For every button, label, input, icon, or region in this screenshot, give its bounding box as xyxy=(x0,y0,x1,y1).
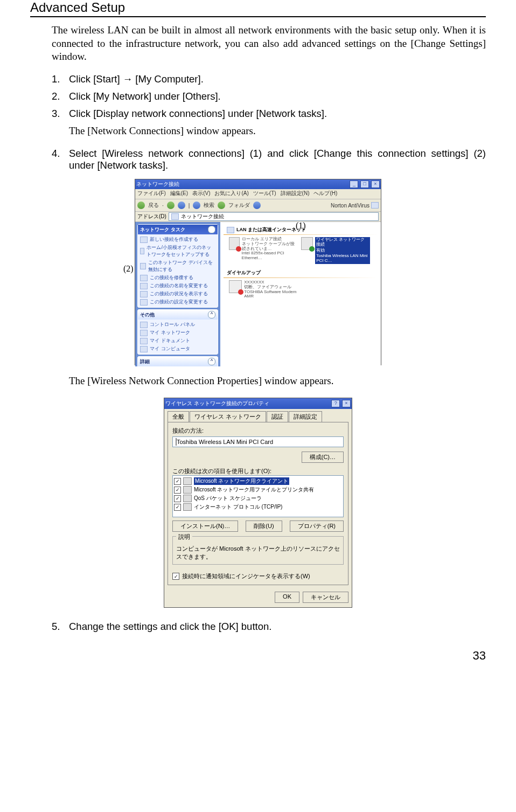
step-4-num: 4. xyxy=(52,148,69,171)
step-1-num: 1. xyxy=(52,73,69,85)
description-legend: 説明 xyxy=(176,533,192,540)
description-text: コンピュータが Microsoft ネットワーク上のリソースにアクセスできます。 xyxy=(176,545,340,561)
tab-body: 接続の方法: Toshiba Wireless LAN Mini PCI Car… xyxy=(168,422,348,585)
section-icon xyxy=(227,227,234,233)
task-icon xyxy=(140,283,148,289)
maximize-icon[interactable]: □ xyxy=(360,181,369,188)
connection-icon xyxy=(229,237,240,250)
other-item[interactable]: マイ ドキュメント xyxy=(140,337,215,345)
collapse-icon[interactable]: ^ xyxy=(208,311,215,318)
window-titlebar[interactable]: ネットワーク接続 _ □ × xyxy=(135,179,381,189)
address-field[interactable]: ネットワーク接続 xyxy=(169,212,379,221)
configure-button[interactable]: 構成(C)… xyxy=(302,452,344,463)
step-5: 5. Change the settings and click the [OK… xyxy=(52,621,486,633)
dialog-titlebar[interactable]: ワイヤレス ネットワーク接続のプロパティ ? × xyxy=(164,398,352,409)
folders-button[interactable]: フォルダ xyxy=(228,202,250,209)
showicon-checkbox[interactable]: ✓ xyxy=(172,573,179,580)
connection-lan[interactable]: ローカル エリア接続 ネットワーク ケーブルが接続されていま… Intel 82… xyxy=(229,237,298,264)
tab-wireless[interactable]: ワイヤレス ネットワーク xyxy=(190,411,266,422)
checkbox-icon[interactable]: ✓ xyxy=(174,487,181,494)
back-icon[interactable] xyxy=(137,202,145,209)
task-item[interactable]: この接続の設定を変更する xyxy=(140,298,215,306)
other-icon xyxy=(140,338,148,344)
list-item[interactable]: ✓QoS パケット スケジューラ xyxy=(174,494,342,503)
menu-help[interactable]: ヘルプ(H) xyxy=(313,190,337,198)
menu-view[interactable]: 表示(V) xyxy=(192,190,210,198)
address-icon xyxy=(171,213,179,220)
details-panel: 詳細 ^ ワイヤレス ネットワーク接続 有効 IP アドレス: XXXXXXXX… xyxy=(137,356,218,366)
connection-wlan[interactable]: ワイヤレス ネットワーク接続 有効 Toshiba Wireless LAN M… xyxy=(301,237,370,264)
ok-button[interactable]: OK xyxy=(275,592,299,603)
step-4-text: Select [Wireless network connections] (1… xyxy=(69,148,486,171)
up-icon[interactable] xyxy=(178,202,185,209)
task-item[interactable]: この接続の名前を変更する xyxy=(140,282,215,290)
details-panel-title: 詳細 xyxy=(140,358,150,365)
collapse-icon[interactable]: ^ xyxy=(208,226,215,233)
other-item[interactable]: マイ ネットワーク xyxy=(140,329,215,337)
menu-adv[interactable]: 詳細設定(N) xyxy=(281,190,310,198)
menu-file[interactable]: ファイル(F) xyxy=(137,190,166,198)
step-3: 3. Click [Display network connections] u… xyxy=(52,108,486,120)
uses-label: この接続は次の項目を使用します(O): xyxy=(172,467,344,475)
task-icon xyxy=(140,299,148,306)
forward-icon[interactable] xyxy=(167,202,175,209)
list-item[interactable]: ✓Microsoft ネットワーク用ファイルとプリンタ共有 xyxy=(174,485,342,494)
connection-name: ワイヤレス ネットワーク接続 xyxy=(315,237,370,248)
task-icon xyxy=(140,237,148,243)
section-divider xyxy=(224,234,378,235)
checkbox-icon[interactable]: ✓ xyxy=(174,504,181,511)
task-item[interactable]: この接続を修復する xyxy=(140,274,215,282)
tasks-panel-title: ネットワーク タスク xyxy=(140,226,185,233)
components-list[interactable]: ✓Microsoft ネットワーク用クライアント ✓Microsoft ネットワ… xyxy=(172,475,344,517)
search-button[interactable]: 検索 xyxy=(204,202,214,209)
other-icon xyxy=(140,330,148,336)
connection-status: 有効 xyxy=(315,248,370,254)
minimize-icon[interactable]: _ xyxy=(350,181,358,188)
address-value: ネットワーク接続 xyxy=(181,213,224,220)
tab-auth[interactable]: 認証 xyxy=(267,411,288,422)
connection-status: ネットワーク ケーブルが接続されていま… xyxy=(242,242,298,252)
help-icon[interactable]: ? xyxy=(331,400,340,407)
folders-icon[interactable] xyxy=(218,202,225,209)
collapse-icon[interactable]: ^ xyxy=(208,358,215,365)
checkbox-icon[interactable]: ✓ xyxy=(174,478,181,485)
task-item[interactable]: ホーム/小規模オフィスのネットワークをセットアップする xyxy=(140,244,215,259)
task-item[interactable]: このネットワーク デバイスを無効にする xyxy=(140,259,215,274)
tab-general[interactable]: 全般 xyxy=(168,411,189,422)
list-item[interactable]: ✓Microsoft ネットワーク用クライアント xyxy=(174,477,342,485)
task-icon xyxy=(140,263,146,269)
task-icon xyxy=(140,248,144,254)
properties-button[interactable]: プロパティ(R) xyxy=(290,520,344,532)
list-item[interactable]: ✓インターネット プロトコル (TCP/IP) xyxy=(174,503,342,511)
address-bar: アドレス(D) ネットワーク接続 xyxy=(135,212,381,222)
dialog-title: ワイヤレス ネットワーク接続のプロパティ xyxy=(165,400,269,407)
tab-advanced[interactable]: 詳細設定 xyxy=(289,411,322,422)
step-5-text: Change the settings and click the [OK] b… xyxy=(69,621,486,633)
task-item[interactable]: この接続の状況を表示する xyxy=(140,290,215,298)
step-1-text: Click [Start] → [My Computer]. xyxy=(69,73,486,85)
cancel-button[interactable]: キャンセル xyxy=(303,592,348,603)
menu-fav[interactable]: お気に入り(A) xyxy=(214,190,248,198)
checkbox-icon[interactable]: ✓ xyxy=(174,495,181,502)
nav-icon[interactable] xyxy=(371,202,379,209)
install-button[interactable]: インストール(N)… xyxy=(172,520,238,532)
task-item[interactable]: 新しい接続を作成する xyxy=(140,235,215,244)
menu-bar[interactable]: ファイル(F) 編集(E) 表示(V) お気に入り(A) ツール(T) 詳細設定… xyxy=(135,189,381,199)
connection-dialup[interactable]: XXXXXXX 切断、ファイアウォール TOSHIBA Software Mod… xyxy=(229,280,298,299)
task-icon xyxy=(140,275,148,281)
uninstall-button[interactable]: 削除(U) xyxy=(246,520,282,532)
other-item[interactable]: コントロール パネル xyxy=(140,321,215,329)
step-4: 4. Select [Wireless network connections]… xyxy=(52,148,486,171)
menu-tools[interactable]: ツール(T) xyxy=(253,190,276,198)
close-icon[interactable]: × xyxy=(342,400,351,407)
adapter-field: Toshiba Wireless LAN Mini PCI Card xyxy=(172,436,344,447)
views-icon[interactable] xyxy=(253,202,261,209)
close-icon[interactable]: × xyxy=(371,181,380,188)
window-title: ネットワーク接続 xyxy=(136,181,179,188)
search-icon[interactable] xyxy=(193,202,200,209)
step-4-note: The [Wireless Network Connection Propert… xyxy=(69,375,486,387)
section-divider xyxy=(224,277,378,278)
back-button[interactable]: 戻る xyxy=(148,202,159,209)
other-item[interactable]: マイ コンピュータ xyxy=(140,345,215,353)
menu-edit[interactable]: 編集(E) xyxy=(170,190,188,198)
